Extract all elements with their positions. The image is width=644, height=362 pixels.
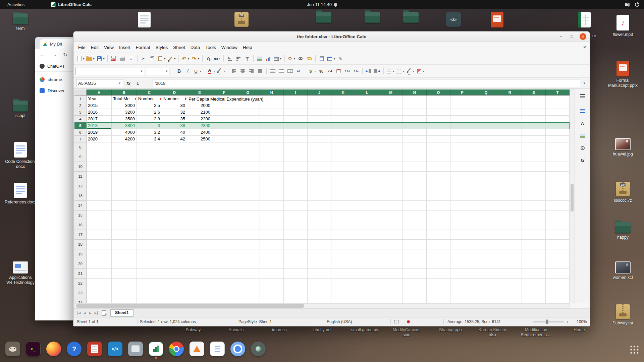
cell-C4[interactable]: 2.8 — [137, 116, 162, 122]
cell-O11[interactable] — [427, 172, 450, 181]
cell-D14[interactable] — [162, 201, 187, 210]
cell-P4[interactable] — [450, 116, 474, 122]
cell-A4[interactable]: 2017 — [87, 116, 112, 122]
row-header-9[interactable]: 9 — [74, 152, 87, 162]
column-header-Q[interactable]: Q — [474, 89, 498, 96]
cell-P1[interactable] — [450, 96, 474, 102]
cell-J23[interactable] — [308, 288, 331, 298]
cell-C14[interactable] — [137, 201, 162, 210]
cell-G4[interactable] — [236, 116, 260, 122]
cell-K7[interactable] — [331, 136, 355, 142]
cell-L22[interactable] — [355, 279, 379, 288]
cell-O15[interactable] — [427, 210, 450, 220]
menu-format[interactable]: Format — [133, 43, 153, 52]
cell-E7[interactable]: 2500 — [187, 136, 212, 142]
cell-K15[interactable] — [331, 210, 355, 220]
headers-footers-button[interactable] — [317, 54, 326, 63]
column-header-C[interactable]: C — [137, 89, 162, 96]
print-preview-button[interactable] — [127, 54, 136, 63]
previous-sheet-button[interactable]: ◀ — [82, 310, 88, 316]
cell-H4[interactable] — [260, 116, 284, 122]
cell-E8[interactable] — [187, 142, 212, 152]
cell-R12[interactable] — [498, 181, 522, 191]
font-size-combo[interactable]: ▼ — [146, 67, 169, 75]
cell-E16[interactable] — [187, 220, 212, 230]
cell-K11[interactable] — [331, 172, 355, 181]
cell-R1[interactable] — [498, 96, 522, 102]
cell-O10[interactable] — [427, 162, 450, 172]
cell-F3[interactable] — [212, 109, 236, 116]
cell-H3[interactable] — [260, 109, 284, 116]
cell-Q3[interactable] — [474, 109, 498, 116]
sheet-tab-sheet1[interactable]: Sheet1 — [110, 309, 133, 316]
desktop-icon-applications-vr-technology[interactable]: Applications VR Technology — [2, 261, 39, 285]
cell-F13[interactable] — [212, 191, 236, 201]
menu-help[interactable]: Help — [240, 43, 255, 52]
cell-G24[interactable] — [236, 298, 260, 303]
cell-A1[interactable]: Year — [87, 96, 112, 102]
cell-A14[interactable] — [87, 201, 112, 210]
cell-I8[interactable] — [284, 142, 308, 152]
cell-K5[interactable] — [331, 122, 355, 129]
cell-T20[interactable] — [546, 259, 570, 269]
cell-S12[interactable] — [522, 181, 546, 191]
cell-H8[interactable] — [260, 142, 284, 152]
cell-T13[interactable] — [546, 191, 570, 201]
cell-J3[interactable] — [308, 109, 331, 116]
cell-L14[interactable] — [355, 201, 379, 210]
cell-A19[interactable] — [87, 249, 112, 259]
zoom-in-button[interactable]: + — [566, 319, 569, 324]
cell-I19[interactable] — [284, 249, 308, 259]
insert-chart-button[interactable] — [264, 54, 273, 63]
row-header-4[interactable]: 4 — [74, 116, 87, 122]
cell-H9[interactable] — [260, 152, 284, 162]
cell-A23[interactable] — [87, 288, 112, 298]
cell-A20[interactable] — [87, 259, 112, 269]
cell-H19[interactable] — [260, 249, 284, 259]
row-header-14[interactable]: 14 — [74, 201, 87, 210]
cell-J16[interactable] — [308, 220, 331, 230]
cell-Q8[interactable] — [474, 142, 498, 152]
cell-H12[interactable] — [260, 181, 284, 191]
column-header-E[interactable]: E — [187, 89, 212, 96]
cell-S9[interactable] — [522, 152, 546, 162]
cell-S2[interactable] — [522, 102, 546, 109]
cell-S1[interactable] — [522, 96, 546, 102]
cell-P11[interactable] — [450, 172, 474, 181]
cell-C24[interactable] — [137, 298, 162, 303]
row-header-7[interactable]: 7 — [74, 136, 87, 142]
cell-E14[interactable] — [187, 201, 212, 210]
cell-C3[interactable]: 2.6 — [137, 109, 162, 116]
cell-M13[interactable] — [379, 191, 403, 201]
cell-T9[interactable] — [546, 152, 570, 162]
cell-S19[interactable] — [522, 249, 546, 259]
cell-L18[interactable] — [355, 240, 379, 249]
row-header-15[interactable]: 15 — [74, 210, 87, 220]
cell-K20[interactable] — [331, 259, 355, 269]
reload-icon[interactable]: ↻ — [63, 52, 67, 58]
cell-I11[interactable] — [284, 172, 308, 181]
cell-J9[interactable] — [308, 152, 331, 162]
delete-decimal-button[interactable]: 0.0- — [352, 67, 361, 75]
cell-L7[interactable] — [355, 136, 379, 142]
cell-Q17[interactable] — [474, 230, 498, 240]
cell-N22[interactable] — [403, 279, 427, 288]
cell-T12[interactable] — [546, 181, 570, 191]
cell-F8[interactable] — [212, 142, 236, 152]
cell-C22[interactable] — [137, 279, 162, 288]
desktop-icon-happy[interactable]: happy — [604, 222, 641, 240]
cell-L15[interactable] — [355, 210, 379, 220]
desktop-icon-formal-manuscript-pptx[interactable]: Formal Manuscript.pptx — [604, 61, 641, 88]
sidebar-settings-icon[interactable] — [578, 92, 587, 101]
cell-S18[interactable] — [522, 240, 546, 249]
cell-N16[interactable] — [403, 220, 427, 230]
cell-J5[interactable] — [308, 122, 331, 129]
cell-L5[interactable] — [355, 122, 379, 129]
cell-Q20[interactable] — [474, 259, 498, 269]
cell-I21[interactable] — [284, 269, 308, 279]
cell-G6[interactable] — [236, 129, 260, 136]
format-currency-button[interactable]: $▼ — [307, 67, 317, 75]
cell-Q11[interactable] — [474, 172, 498, 181]
app-grid-button[interactable] — [629, 345, 639, 354]
cell-O18[interactable] — [427, 240, 450, 249]
